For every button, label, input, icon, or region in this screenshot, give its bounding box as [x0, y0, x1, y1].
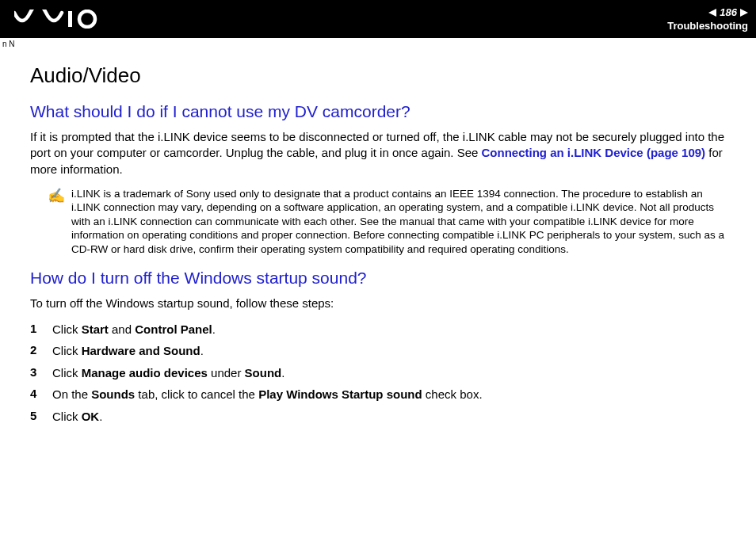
- step-item: 5 Click OK.: [30, 409, 726, 425]
- question-2-intro: To turn off the Windows startup sound, f…: [30, 296, 726, 311]
- step-text: Click OK.: [52, 409, 102, 425]
- section-label: Troubleshooting: [667, 20, 748, 32]
- step-item: 1 Click Start and Control Panel.: [30, 322, 726, 338]
- svg-rect-0: [68, 11, 72, 27]
- step-number: 3: [30, 365, 41, 381]
- vaio-logo: [14, 10, 101, 29]
- step-text: On the Sounds tab, click to cancel the P…: [52, 387, 483, 402]
- note-block: ✍ i.LINK is a trademark of Sony used onl…: [48, 187, 726, 257]
- question-2-heading: How do I turn off the Windows startup so…: [30, 269, 726, 288]
- step-number: 5: [30, 409, 41, 425]
- steps-list: 1 Click Start and Control Panel. 2 Click…: [30, 322, 726, 425]
- step-item: 4 On the Sounds tab, click to cancel the…: [30, 387, 726, 402]
- ilink-device-link[interactable]: Connecting an i.LINK Device (page 109): [482, 146, 706, 159]
- header-right: 186 Troubleshooting: [667, 6, 748, 32]
- step-number: 4: [30, 387, 41, 402]
- step-item: 2 Click Hardware and Sound.: [30, 343, 726, 359]
- note-text: i.LINK is a trademark of Sony used only …: [71, 187, 726, 257]
- step-text: Click Hardware and Sound.: [52, 343, 204, 359]
- margin-marker: n N: [2, 40, 15, 48]
- prev-page-arrow-icon[interactable]: [708, 9, 716, 17]
- next-page-arrow-icon[interactable]: [740, 9, 748, 17]
- question-1-body: If it is prompted that the i.LINK device…: [30, 129, 726, 177]
- page-title: Audio/Video: [30, 63, 726, 88]
- step-number: 2: [30, 343, 41, 359]
- step-item: 3 Click Manage audio devices under Sound…: [30, 365, 726, 381]
- vaio-logo-svg: [14, 10, 101, 29]
- page-content: Audio/Video What should I do if I cannot…: [0, 38, 756, 446]
- question-1-heading: What should I do if I cannot use my DV c…: [30, 102, 726, 121]
- note-pencil-icon: ✍: [48, 187, 65, 257]
- page-number: 186: [720, 6, 737, 18]
- step-text: Click Manage audio devices under Sound.: [52, 365, 284, 381]
- step-number: 1: [30, 322, 41, 338]
- svg-point-1: [79, 11, 95, 27]
- page-navigation: 186: [708, 6, 748, 18]
- header-bar: 186 Troubleshooting: [0, 0, 756, 38]
- step-text: Click Start and Control Panel.: [52, 322, 216, 338]
